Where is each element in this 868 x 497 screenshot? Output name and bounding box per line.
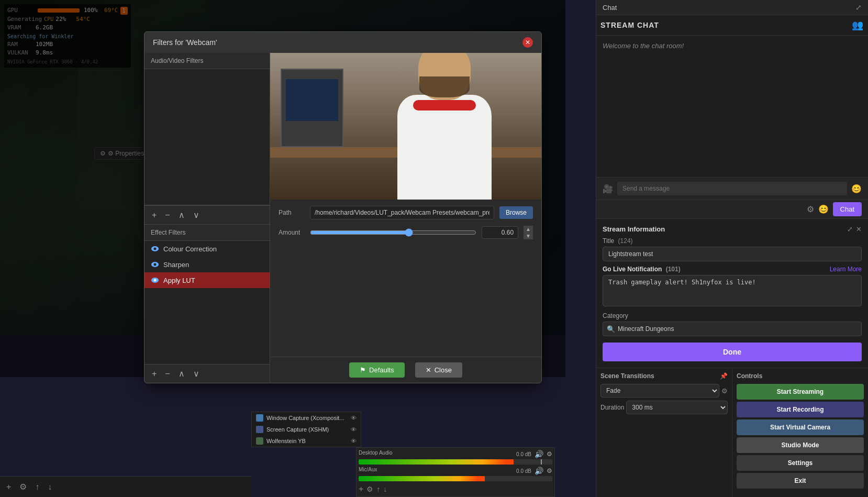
- filter-dialog-footer: ⚑ Defaults ✕ Close: [270, 357, 541, 383]
- flag-icon: ⚑: [360, 366, 366, 374]
- eye-visible-icon-3: [151, 276, 159, 284]
- category-label: Category: [603, 312, 862, 319]
- browse-button[interactable]: Browse: [499, 206, 533, 219]
- mute-desktop-button[interactable]: 🔊: [535, 450, 543, 458]
- scene-transitions-title: Scene Transitions 📌: [600, 372, 728, 380]
- audio-up-button[interactable]: ↑: [376, 485, 380, 493]
- filter-item-sharpen[interactable]: Sharpen: [144, 257, 270, 272]
- arrow-down-button[interactable]: ↓: [46, 480, 54, 494]
- arrow-up-button[interactable]: ↑: [33, 480, 41, 494]
- category-input-wrap: 🔍: [603, 322, 862, 336]
- add-audio-source-button[interactable]: +: [359, 484, 363, 494]
- source-item-screen[interactable]: Screen Capture (XSHM) 👁: [252, 424, 361, 435]
- defaults-button[interactable]: ⚑ Defaults: [349, 362, 405, 378]
- chat-header-bar: Chat ⤢: [596, 0, 868, 15]
- stream-information-panel: Stream Information ⤢ ✕ Title (124) Go Li…: [596, 218, 868, 368]
- learn-more-link[interactable]: Learn More: [830, 266, 862, 273]
- filter-item-apply-lut[interactable]: Apply LUT: [144, 272, 270, 288]
- chat-settings-button[interactable]: ⚙: [807, 202, 814, 216]
- bottom-toolbar: + ⚙ ↑ ↓: [0, 476, 251, 497]
- camera-icon: 🎥: [603, 184, 613, 194]
- mixer-settings-button[interactable]: ⚙: [547, 450, 552, 458]
- remove-filter-button[interactable]: −: [163, 209, 172, 221]
- go-live-textarea[interactable]: Trash gameplay alert! Sh1nyfox is live!: [603, 275, 862, 306]
- filter-dialog-header: Filters for 'Webcam' ✕: [144, 32, 541, 53]
- transition-type-select[interactable]: Fade Cut Swipe Slide: [600, 384, 719, 397]
- add-filter-button[interactable]: +: [150, 209, 159, 221]
- audio-settings-button[interactable]: ⚙: [366, 485, 373, 493]
- settings-button[interactable]: Settings: [737, 455, 864, 471]
- close-dialog-button[interactable]: ✕ Close: [415, 362, 462, 378]
- done-button[interactable]: Done: [603, 343, 862, 361]
- amount-input[interactable]: [482, 226, 518, 239]
- mixer-settings-mic-button[interactable]: ⚙: [547, 467, 552, 474]
- audio-video-filters-list: [144, 69, 270, 205]
- stream-info-title: Stream Information: [603, 225, 665, 233]
- eye-icon-2[interactable]: 👁: [351, 426, 357, 433]
- add-scene-button[interactable]: +: [4, 480, 13, 494]
- go-live-row: Go Live Notification (101) Learn More: [603, 266, 862, 273]
- settings-scene-button[interactable]: ⚙: [17, 480, 29, 494]
- audio-video-filters-label: Audio/Video Filters: [144, 53, 270, 69]
- amount-label: Amount: [279, 229, 305, 236]
- exit-button[interactable]: Exit: [737, 473, 864, 489]
- add-effect-filter-button[interactable]: +: [150, 368, 159, 380]
- emoji-icon[interactable]: 😊: [851, 184, 862, 194]
- sources-panel: Window Capture (Xcomposit... 👁 Screen Ca…: [251, 412, 361, 447]
- category-input[interactable]: [603, 322, 862, 336]
- title-field-label: Title (124): [603, 237, 862, 245]
- eye-icon-3[interactable]: 👁: [351, 438, 357, 444]
- audio-down-button[interactable]: ↓: [383, 485, 387, 493]
- filter-dialog-body: Audio/Video Filters + − ∧ ∨ Effect Filte…: [144, 53, 541, 383]
- amount-slider[interactable]: [310, 228, 476, 237]
- audio-mixer: Desktop Audio 0.0 dB 🔊 ⚙ Mic/Aux 0.0 dB …: [356, 447, 555, 497]
- webcam-preview: [270, 53, 541, 200]
- effect-filter-down-button[interactable]: ∨: [191, 368, 202, 380]
- transition-select-row: Fade Cut Swipe Slide ⚙: [600, 384, 728, 397]
- stream-chat-title-bar: STREAM CHAT 👥: [596, 15, 868, 36]
- eye-visible-icon-2: [151, 260, 159, 269]
- chat-emoji-button[interactable]: 😊: [818, 202, 829, 216]
- stream-info-close-icon[interactable]: ✕: [856, 225, 862, 233]
- eye-visible-icon: [151, 245, 159, 253]
- amount-setting-row: Amount ▲ ▼: [279, 226, 533, 239]
- stream-title-input[interactable]: [603, 247, 862, 261]
- start-recording-button[interactable]: Start Recording: [737, 402, 864, 417]
- mute-mic-button[interactable]: 🔊: [535, 467, 543, 475]
- stream-info-expand-icon[interactable]: ⤢: [847, 225, 853, 233]
- remove-effect-filter-button[interactable]: −: [163, 368, 172, 380]
- chat-header-title: Chat: [603, 4, 617, 12]
- svg-point-5: [154, 279, 157, 282]
- effect-filters-label: Effect Filters: [144, 225, 270, 241]
- filter-up-button[interactable]: ∧: [176, 209, 187, 221]
- start-streaming-button[interactable]: Start Streaming: [737, 384, 864, 400]
- amount-increment-button[interactable]: ▲: [524, 226, 533, 233]
- path-label: Path: [279, 209, 305, 216]
- start-virtual-camera-button[interactable]: Start Virtual Camera: [737, 419, 864, 435]
- effect-filter-up-button[interactable]: ∧: [176, 368, 187, 380]
- transition-settings-button[interactable]: ⚙: [721, 387, 728, 395]
- chat-send-button[interactable]: Chat: [833, 202, 862, 216]
- lut-settings-panel: Path Browse Amount ▲ ▼: [270, 200, 541, 252]
- webcam-preview-area: [270, 53, 541, 200]
- amount-decrement-button[interactable]: ▼: [524, 233, 533, 239]
- eye-icon[interactable]: 👁: [351, 415, 357, 421]
- filter-dialog-title: Filters for 'Webcam': [153, 38, 217, 47]
- chat-message-input[interactable]: [617, 182, 847, 195]
- duration-row: Duration 300 ms 500 ms 1000 ms: [600, 401, 728, 414]
- source-item-window[interactable]: Window Capture (Xcomposit... 👁: [252, 412, 361, 424]
- duration-select[interactable]: 300 ms 500 ms 1000 ms: [626, 401, 728, 414]
- filter-close-button[interactable]: ✕: [522, 37, 533, 48]
- chat-toolbar: ⚙ 😊 Chat: [596, 200, 868, 218]
- studio-mode-button[interactable]: Studio Mode: [737, 437, 864, 453]
- search-icon: 🔍: [607, 325, 615, 333]
- close-x-icon: ✕: [426, 366, 431, 374]
- chat-welcome-message: Welcome to the chat room!: [603, 42, 684, 50]
- source-item-wolfenstein[interactable]: Wolfenstein YB 👁: [252, 435, 361, 447]
- controls-panel: Controls Start Streaming Start Recording…: [732, 368, 868, 497]
- filter-down-button[interactable]: ∨: [191, 209, 202, 221]
- path-input[interactable]: [310, 206, 494, 219]
- filter-item-colour-correction[interactable]: Colour Correction: [144, 241, 270, 257]
- users-icon: 👥: [852, 19, 864, 31]
- stream-info-header: Stream Information ⤢ ✕: [603, 225, 862, 233]
